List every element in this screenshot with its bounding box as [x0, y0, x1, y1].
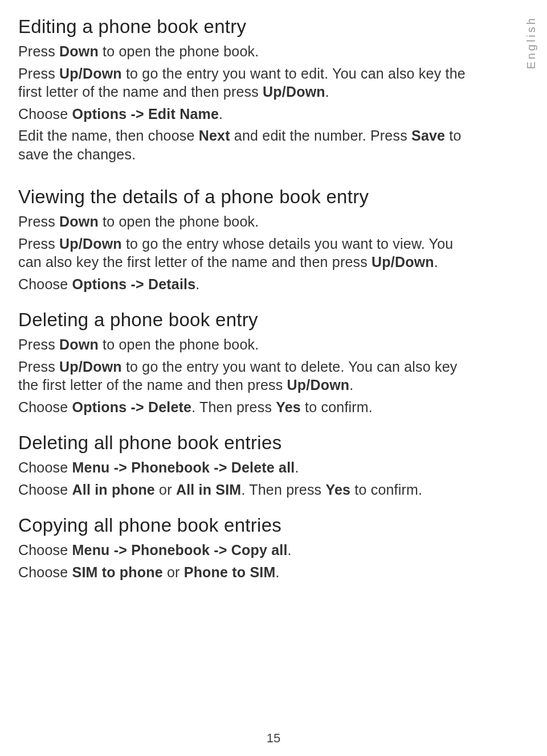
paragraph: Press Up/Down to go the entry whose deta… [18, 235, 468, 272]
section-viewing: Viewing the details of a phone book entr… [18, 186, 468, 293]
heading-copying-all: Copying all phone book entries [18, 515, 468, 536]
section-editing: Editing a phone book entry Press Down to… [18, 16, 468, 163]
paragraph: Press Up/Down to go the entry you want t… [18, 358, 468, 395]
paragraph: Choose Options -> Details. [18, 275, 468, 294]
heading-viewing: Viewing the details of a phone book entr… [18, 186, 468, 208]
paragraph: Choose All in phone or All in SIM. Then … [18, 480, 468, 499]
paragraph: Choose Menu -> Phonebook -> Copy all. [18, 541, 468, 560]
paragraph: Choose Menu -> Phonebook -> Delete all. [18, 458, 468, 477]
heading-editing: Editing a phone book entry [18, 16, 468, 38]
paragraph: Edit the name, then choose Next and edit… [18, 126, 468, 163]
heading-deleting-all: Deleting all phone book entries [18, 432, 468, 454]
paragraph: Choose SIM to phone or Phone to SIM. [18, 563, 468, 582]
paragraph: Press Down to open the phone book. [18, 212, 468, 231]
paragraph: Press Up/Down to go the entry you want t… [18, 64, 468, 101]
paragraph: Press Down to open the phone book. [18, 335, 468, 354]
section-deleting: Deleting a phone book entry Press Down t… [18, 309, 468, 416]
paragraph: Choose Options -> Delete. Then press Yes… [18, 398, 468, 417]
paragraph: Choose Options -> Edit Name. [18, 105, 468, 124]
paragraph: Press Down to open the phone book. [18, 42, 468, 61]
page-content: Editing a phone book entry Press Down to… [18, 16, 468, 581]
section-copying-all: Copying all phone book entries Choose Me… [18, 515, 468, 581]
section-deleting-all: Deleting all phone book entries Choose M… [18, 432, 468, 499]
heading-deleting: Deleting a phone book entry [18, 309, 468, 331]
page-number: 15 [267, 731, 280, 746]
language-tab: English [525, 16, 538, 69]
